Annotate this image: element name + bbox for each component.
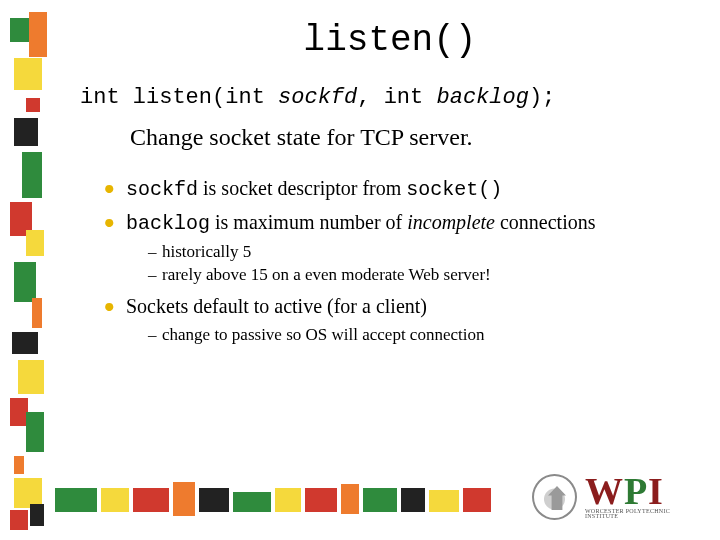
sub-list-item: change to passive so OS will accept conn… (148, 324, 700, 347)
sub-list: historically 5 rarely above 15 on a even… (126, 241, 700, 287)
list-item: sockfd is socket descriptor from socket(… (104, 175, 700, 203)
wpi-logo: WPI WORCESTER POLYTECHNIC INSTITUTE (532, 468, 702, 526)
slide-title: listen() (80, 20, 700, 61)
sub-list-item: rarely above 15 on a even moderate Web s… (148, 264, 700, 287)
function-signature: int listen(int sockfd, int backlog); (80, 85, 700, 110)
sub-list-item: historically 5 (148, 241, 700, 264)
slide-content: listen() int listen(int sockfd, int back… (80, 10, 700, 460)
list-item: Sockets default to active (for a client)… (104, 293, 700, 347)
list-item: backlog is maximum number of incomplete … (104, 209, 700, 287)
slide-subtitle: Change socket state for TCP server. (130, 124, 700, 151)
bullet-list: sockfd is socket descriptor from socket(… (80, 175, 700, 347)
wpi-seal-icon (532, 474, 577, 520)
decorative-sidebar (0, 0, 50, 540)
sub-list: change to passive so OS will accept conn… (126, 324, 700, 347)
